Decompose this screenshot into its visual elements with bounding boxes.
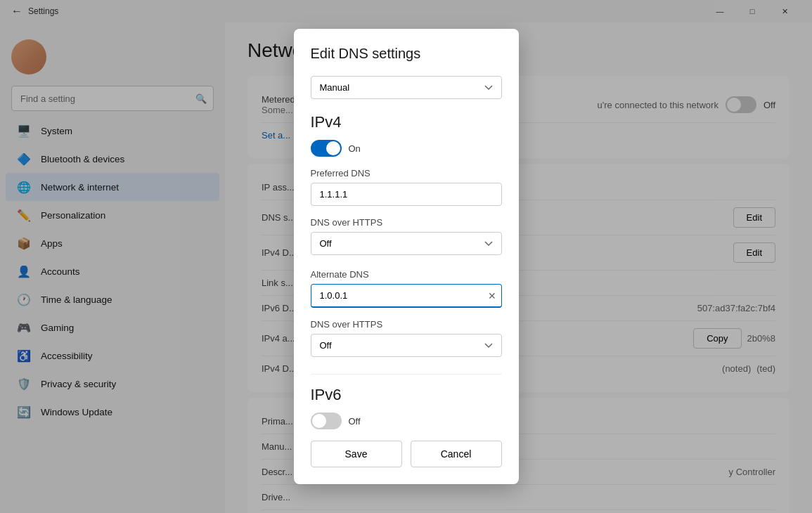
- dns-https-dropdown[interactable]: Off On (automatic template) On (manual t…: [311, 232, 502, 255]
- alternate-dns-input[interactable]: [311, 284, 502, 308]
- ipv6-section-title: IPv6: [311, 386, 502, 404]
- alternate-dns-https-label: DNS over HTTPS: [311, 319, 502, 330]
- ipv6-toggle-label: Off: [349, 416, 361, 427]
- save-button[interactable]: Save: [311, 441, 402, 467]
- dns-https-label: DNS over HTTPS: [311, 217, 502, 228]
- ipv4-toggle[interactable]: [311, 140, 342, 157]
- alternate-dns-label: Alternate DNS: [311, 269, 502, 280]
- dialog-title: Edit DNS settings: [311, 46, 502, 62]
- ipv6-toggle[interactable]: [311, 413, 342, 429]
- dns-mode-dropdown[interactable]: Manual Automatic (DHCP): [311, 76, 502, 99]
- edit-dns-dialog: Edit DNS settings Manual Automatic (DHCP…: [294, 29, 519, 484]
- ipv4-toggle-label: On: [349, 143, 361, 154]
- ipv4-toggle-row: On: [311, 140, 502, 157]
- alternate-dns-https-dropdown[interactable]: Off On (automatic template) On (manual t…: [311, 334, 502, 357]
- ipv6-toggle-row: Off: [311, 413, 502, 429]
- preferred-dns-label: Preferred DNS: [311, 168, 502, 178]
- cancel-button[interactable]: Cancel: [411, 441, 502, 467]
- alternate-dns-field: ✕: [311, 284, 502, 308]
- preferred-dns-input[interactable]: [311, 183, 502, 206]
- ipv4-section-title: IPv4: [311, 113, 502, 131]
- dialog-footer: Save Cancel: [311, 441, 502, 467]
- section-divider: [311, 374, 502, 375]
- clear-alternate-dns-button[interactable]: ✕: [488, 290, 496, 301]
